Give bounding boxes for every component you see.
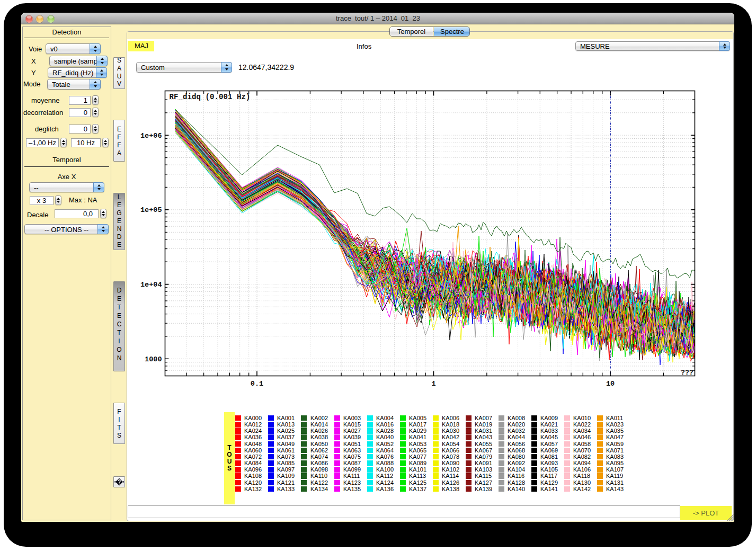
svg-text:1e+05: 1e+05 — [140, 206, 162, 214]
svg-text:???: ??? — [681, 369, 693, 377]
svg-text:1e+04: 1e+04 — [140, 281, 162, 289]
svg-text:0.1: 0.1 — [251, 380, 263, 388]
svg-text:1: 1 — [431, 380, 435, 388]
svg-text:RF_didq (0.001 Hz): RF_didq (0.001 Hz) — [170, 93, 251, 101]
svg-text:1000: 1000 — [145, 356, 162, 363]
svg-text:1e+06: 1e+06 — [140, 132, 162, 140]
svg-text:10: 10 — [606, 380, 615, 388]
